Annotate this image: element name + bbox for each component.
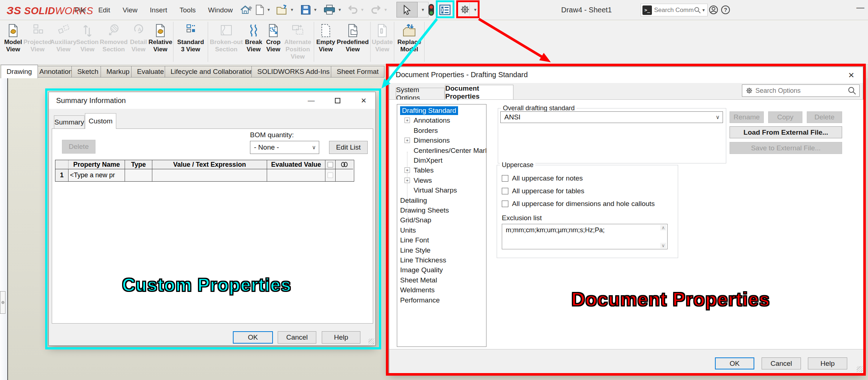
- user-account-icon[interactable]: [709, 5, 718, 16]
- tab-evaluate[interactable]: Evaluate: [131, 66, 170, 78]
- menu-tools[interactable]: Tools: [180, 6, 196, 14]
- tree-item-virtual-sharps[interactable]: Virtual Sharps: [414, 186, 457, 195]
- crop-view-button[interactable]: Crop View: [264, 22, 283, 53]
- tree-item-sheet-metal[interactable]: Sheet Metal: [400, 276, 437, 285]
- close-icon[interactable]: ✕: [353, 92, 375, 109]
- maximize-icon[interactable]: [327, 92, 348, 109]
- tree-item-drafting-standard[interactable]: Drafting Standard: [400, 106, 458, 115]
- load-external-file-button[interactable]: Load From External File...: [730, 126, 842, 138]
- drafting-standard-select[interactable]: ANSI∨: [500, 111, 723, 123]
- search-caret-icon[interactable]: ▾: [701, 7, 706, 13]
- replace-model-button[interactable]: Replace Model: [395, 22, 423, 53]
- tree-item-line-style[interactable]: Line Style: [400, 246, 430, 255]
- minimize-window-icon[interactable]: —: [856, 3, 864, 12]
- menu-window[interactable]: Window: [208, 6, 233, 14]
- scroll-up-icon[interactable]: ∧: [660, 225, 666, 230]
- open-caret-icon[interactable]: ▾: [290, 7, 294, 12]
- menu-edit[interactable]: Edit: [98, 6, 110, 14]
- new-document-icon[interactable]: [255, 4, 265, 15]
- empty-view-button[interactable]: Empty View: [315, 22, 336, 53]
- tab-markup[interactable]: Markup: [101, 66, 135, 78]
- menu-file[interactable]: File: [75, 6, 86, 14]
- tree-item-views[interactable]: Views: [414, 176, 432, 185]
- property-name-header[interactable]: Property Name: [69, 160, 125, 169]
- tab-custom[interactable]: Custom: [85, 113, 116, 129]
- tree-item-weldments[interactable]: Weldments: [400, 285, 435, 295]
- save-caret-icon[interactable]: ▾: [313, 7, 318, 12]
- break-view-button[interactable]: Break View: [243, 22, 264, 53]
- tree-item-dimxpert[interactable]: DimXpert: [414, 156, 442, 165]
- ok-button[interactable]: OK: [715, 357, 754, 369]
- expand-plus-icon[interactable]: +: [404, 118, 410, 123]
- summary-dialog-titlebar[interactable]: Summary Information — ✕: [49, 92, 375, 109]
- tab-summary[interactable]: Summary: [54, 115, 85, 129]
- tree-item-performance[interactable]: Performance: [400, 296, 440, 305]
- bom-quantity-select[interactable]: - None -∨: [250, 141, 319, 154]
- cancel-button[interactable]: Cancel: [762, 357, 801, 369]
- checkbox-icon[interactable]: [502, 188, 508, 194]
- menu-view[interactable]: View: [122, 6, 137, 14]
- tree-item-borders[interactable]: Borders: [414, 126, 438, 135]
- edit-list-button[interactable]: Edit List: [329, 141, 368, 154]
- expand-plus-icon[interactable]: +: [404, 167, 410, 173]
- tree-item-tables[interactable]: Tables: [414, 166, 434, 175]
- search-icon[interactable]: [848, 86, 856, 95]
- tree-item-drawing-sheets[interactable]: Drawing Sheets: [400, 206, 449, 215]
- options-dialog-titlebar[interactable]: Document Properties - Drafting Standard …: [389, 67, 863, 83]
- search-options-input[interactable]: [755, 87, 845, 95]
- search-commands-input[interactable]: [654, 7, 694, 14]
- home-icon[interactable]: [240, 5, 251, 15]
- print-caret-icon[interactable]: ▾: [337, 7, 342, 12]
- help-icon[interactable]: ?: [721, 5, 730, 16]
- tree-item-dimensions[interactable]: Dimensions: [414, 136, 450, 145]
- tree-item-annotations[interactable]: Annotations: [414, 116, 450, 125]
- tab-sheet-format[interactable]: Sheet Format: [331, 66, 384, 78]
- new-document-caret-icon[interactable]: ▾: [266, 7, 271, 12]
- evaluated-value-header[interactable]: Evaluated Value: [267, 160, 325, 169]
- select-cursor-button[interactable]: [396, 2, 418, 17]
- resize-grip[interactable]: [368, 339, 374, 344]
- tab-document-properties[interactable]: Document Properties: [445, 85, 513, 99]
- feature-panel-strip[interactable]: [0, 78, 8, 380]
- resize-grip[interactable]: [857, 366, 863, 372]
- print-icon[interactable]: [324, 5, 335, 15]
- table-row[interactable]: 1 <Type a new pr: [55, 169, 354, 181]
- tree-item-units[interactable]: Units: [400, 226, 416, 235]
- tree-item-line-thickness[interactable]: Line Thickness: [400, 256, 446, 265]
- tab-system-options[interactable]: System Options: [396, 88, 445, 99]
- scroll-down-icon[interactable]: ∨: [660, 243, 666, 248]
- value-header[interactable]: Value / Text Expression: [152, 160, 267, 169]
- help-button[interactable]: Help: [322, 331, 360, 344]
- command-search[interactable]: >_ ▾: [641, 4, 708, 16]
- tree-item-line-font[interactable]: Line Font: [400, 235, 429, 245]
- relative-view-button[interactable]: Relative View: [149, 22, 172, 53]
- close-icon[interactable]: ✕: [845, 70, 858, 81]
- predefined-view-button[interactable]: Predefined View: [336, 22, 369, 53]
- model-view-button[interactable]: Model View: [2, 22, 24, 53]
- exclusion-list-input[interactable]: m;mm;cm;km;um;µm;nm;s;Hz;Pa; ∧ ∨: [502, 224, 668, 249]
- tree-item-grid-snap[interactable]: Grid/Snap: [400, 215, 431, 225]
- tab-solidworks-add-ins[interactable]: SOLIDWORKS Add-Ins: [251, 66, 336, 78]
- open-icon[interactable]: [276, 4, 288, 15]
- minimize-icon[interactable]: —: [300, 92, 322, 109]
- select-cursor-caret-icon[interactable]: ▾: [418, 2, 429, 17]
- tab-lifecycle-and-collaboration[interactable]: Lifecycle and Collaboration: [165, 66, 259, 78]
- property-name-cell[interactable]: <Type a new pr: [69, 169, 125, 181]
- tab-sketch[interactable]: Sketch: [71, 66, 104, 78]
- value-cell[interactable]: [152, 169, 267, 181]
- checkbox-all-uppercase-for-notes[interactable]: All uppercase for notes: [502, 174, 583, 182]
- checkbox-icon[interactable]: [502, 201, 508, 207]
- checkbox-all-uppercase-for-tables[interactable]: All uppercase for tables: [502, 187, 584, 195]
- cancel-button[interactable]: Cancel: [278, 331, 316, 344]
- help-button[interactable]: Help: [808, 357, 847, 369]
- standard-3-view-button[interactable]: Standard 3 View: [175, 22, 207, 53]
- search-icon[interactable]: [694, 7, 701, 14]
- ok-button[interactable]: OK: [233, 331, 273, 344]
- traffic-light-icon[interactable]: [429, 4, 434, 16]
- type-header[interactable]: Type: [125, 160, 152, 169]
- options-search[interactable]: [742, 84, 860, 97]
- tab-drawing[interactable]: Drawing: [1, 65, 38, 78]
- tree-item-detailing[interactable]: Detailing: [400, 196, 427, 205]
- save-icon[interactable]: [300, 4, 311, 15]
- checkbox-header[interactable]: [325, 160, 336, 169]
